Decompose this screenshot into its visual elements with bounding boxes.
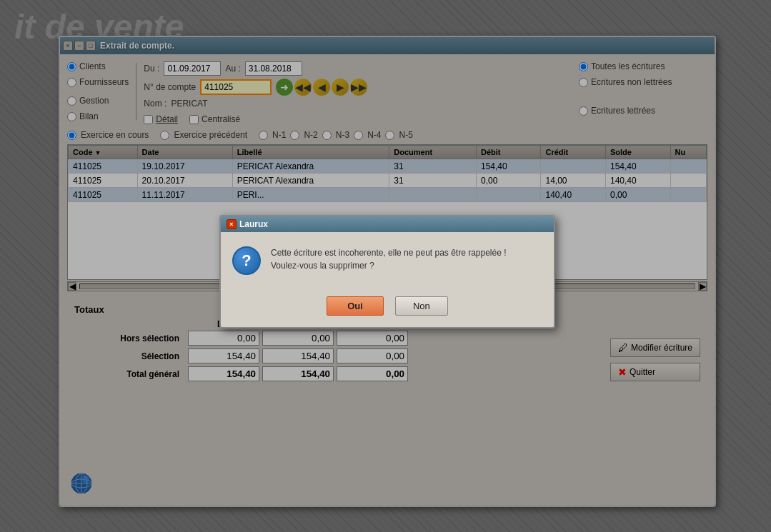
main-window: × − □ Extrait de compte. Clients Fournis… xyxy=(59,36,716,507)
dialog-title-text: Laurux xyxy=(239,219,268,229)
dialog-line2: Voulez-vous la supprimer ? xyxy=(271,259,507,272)
oui-button[interactable]: Oui xyxy=(327,296,384,316)
dialog-buttons: Oui Non xyxy=(221,289,554,327)
dialog-close-button[interactable]: × xyxy=(227,219,237,229)
dialog-line1: Cette écriture est incoherente, elle ne … xyxy=(271,246,507,259)
dialog: × Laurux ? Cette écriture est incoherent… xyxy=(219,215,555,328)
dialog-body: ? Cette écriture est incoherente, elle n… xyxy=(221,232,554,289)
dialog-message: Cette écriture est incoherente, elle ne … xyxy=(271,246,507,272)
non-button[interactable]: Non xyxy=(395,296,448,316)
dialog-overlay: × Laurux ? Cette écriture est incoherent… xyxy=(60,37,715,506)
dialog-question-icon: ? xyxy=(232,246,261,275)
dialog-title-bar: × Laurux xyxy=(221,216,554,232)
